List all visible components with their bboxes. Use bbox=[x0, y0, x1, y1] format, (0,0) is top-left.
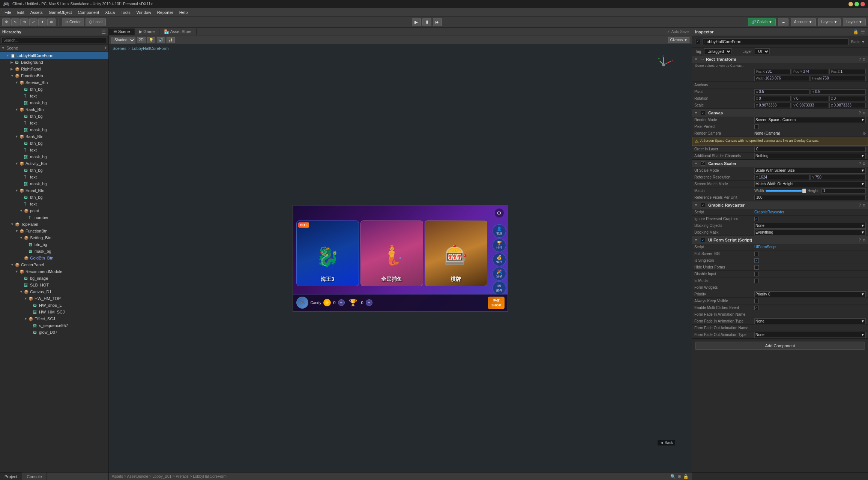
ref-res-y[interactable]: Y750 bbox=[811, 175, 866, 180]
rect-settings-icon[interactable]: ⚙ bbox=[862, 57, 866, 62]
tree-item-rightpanel[interactable]: ▶ 📦 RightPanel bbox=[0, 66, 108, 72]
tree-item-mask-bg-4[interactable]: 🖼 mask_bg bbox=[0, 180, 108, 187]
width-field[interactable]: Width1623.076 bbox=[754, 76, 809, 81]
add-currency2-btn[interactable]: + bbox=[366, 299, 372, 306]
scale-x-field[interactable]: X0.9873333 bbox=[754, 103, 791, 108]
account-btn[interactable]: Account ▼ bbox=[791, 18, 816, 26]
pixel-perfect-check[interactable] bbox=[754, 124, 759, 129]
always-keep-visible-check[interactable] bbox=[754, 299, 759, 303]
menu-report[interactable]: Reporter bbox=[154, 9, 176, 15]
render-camera-pick-icon[interactable]: ⊙ bbox=[863, 131, 866, 135]
scaler-settings-icon[interactable]: ⚙ bbox=[862, 162, 866, 166]
height-field[interactable]: Height750 bbox=[811, 76, 866, 81]
settings-icon[interactable]: ⚙ bbox=[495, 208, 504, 218]
pos-x-field[interactable]: Pos X781 bbox=[754, 69, 791, 74]
rect-help-icon[interactable]: ? bbox=[859, 57, 861, 62]
menu-component[interactable]: Component bbox=[75, 9, 102, 15]
tree-item-btn-bg-5[interactable]: 🖼 btn_bg bbox=[0, 194, 108, 201]
tree-item-mask-bg-1[interactable]: 🖼 mask_bg bbox=[0, 99, 108, 106]
ui-form-check[interactable] bbox=[701, 238, 705, 242]
menu-gameobject[interactable]: GameObject bbox=[46, 9, 75, 15]
maximize-btn[interactable] bbox=[854, 2, 859, 6]
add-currency1-btn[interactable]: + bbox=[338, 299, 345, 306]
rect-transform-header[interactable]: ▼ ↔ Rect Transform ? ⚙ bbox=[692, 56, 868, 63]
tree-item-email-btn[interactable]: ▼ 📦 Email_Btn bbox=[0, 187, 108, 194]
tree-item-text-4[interactable]: T text bbox=[0, 174, 108, 180]
blocking-mask-dropdown[interactable]: Everything ▼ bbox=[754, 230, 866, 236]
close-btn[interactable] bbox=[860, 2, 865, 6]
light-btn[interactable]: 💡 bbox=[147, 37, 155, 43]
rot-x-field[interactable]: X0 bbox=[754, 96, 791, 101]
tab-asset-store[interactable]: 🏪 Asset Store bbox=[159, 28, 196, 35]
rot-z-field[interactable]: Z0 bbox=[829, 96, 866, 101]
menu-help[interactable]: Help bbox=[176, 9, 191, 15]
canvas-enable-check[interactable] bbox=[701, 111, 705, 115]
rotate-tool[interactable]: ⟲ bbox=[20, 18, 29, 26]
tree-item-setting-btn[interactable]: ▼ 📦 Setting_Btn bbox=[0, 234, 108, 241]
gizmo-widget[interactable]: X Y Z bbox=[654, 56, 673, 74]
assets-lock-icon[interactable]: 🔒 bbox=[683, 474, 689, 479]
canvas-header[interactable]: ▼ Canvas ? ⚙ bbox=[692, 109, 868, 117]
match-value-input[interactable] bbox=[821, 188, 866, 194]
email-icon-btn[interactable]: ✉ 邮件 bbox=[493, 281, 506, 295]
raycaster-check[interactable] bbox=[701, 203, 705, 207]
tag-select[interactable]: Untagged bbox=[704, 48, 732, 54]
breadcrumb-lobby[interactable]: LobbyHallCoreForm bbox=[132, 46, 168, 51]
rank-icon-btn[interactable]: 🏆 排行 bbox=[493, 238, 506, 252]
tree-item-mask-bg-2[interactable]: 🖼 mask_bg bbox=[0, 126, 108, 133]
hierarchy-menu-icon[interactable]: ☰ bbox=[101, 29, 106, 35]
step-btn[interactable]: ⏭ bbox=[433, 18, 442, 26]
pause-btn[interactable]: ⏸ bbox=[422, 18, 431, 26]
tree-item-text-2[interactable]: T text bbox=[0, 120, 108, 126]
chest-icon[interactable]: 🏆 bbox=[347, 297, 359, 309]
scale-tool[interactable]: ⤢ bbox=[29, 18, 38, 26]
tree-item-canvas-d1[interactable]: ▼ 📦 Canvas_D1 bbox=[0, 288, 108, 295]
menu-edit[interactable]: Edit bbox=[14, 9, 27, 15]
2d-btn[interactable]: 2D bbox=[137, 37, 146, 43]
tree-item-hw-shou-l[interactable]: 🖼 HW_shou_L bbox=[0, 302, 108, 309]
move-tool[interactable]: ↖ bbox=[11, 18, 20, 26]
object-name-input[interactable] bbox=[703, 38, 848, 45]
rect-tool[interactable]: ✦ bbox=[38, 18, 47, 26]
tree-item-hw-hm-top[interactable]: ▼ 📦 HW_HM_TOP bbox=[0, 295, 108, 302]
tree-item-functionbtn[interactable]: ▼ 📦 FunctionBtn bbox=[0, 72, 108, 79]
fullscreen-bg-check[interactable] bbox=[754, 252, 759, 256]
menu-file[interactable]: File bbox=[2, 9, 14, 15]
tree-item-hw-hm-scj[interactable]: 🖼 HW_HM_SCJ bbox=[0, 309, 108, 315]
tree-item-btn-bg-6[interactable]: 🖼 btn_bg bbox=[0, 241, 108, 248]
match-track[interactable] bbox=[766, 190, 806, 192]
play-btn[interactable]: ▶ bbox=[412, 18, 421, 26]
hierarchy-search-input[interactable] bbox=[2, 37, 107, 43]
hand-tool[interactable]: ✥ bbox=[2, 18, 11, 26]
tree-item-point[interactable]: ▼ 📦 point bbox=[0, 207, 108, 214]
ignore-reversed-check[interactable] bbox=[754, 217, 759, 221]
menu-xlua[interactable]: XLua bbox=[102, 9, 118, 15]
pivot-x-field[interactable]: X0.5 bbox=[754, 89, 809, 94]
fx-btn[interactable]: ✨ bbox=[167, 37, 175, 43]
screen-match-dropdown[interactable]: Match Width Or Height ▼ bbox=[754, 181, 866, 187]
tree-item-activity-btn[interactable]: ▼ 📦 Activity_Btn bbox=[0, 160, 108, 167]
service-icon-btn[interactable]: 👤 客服 bbox=[493, 224, 506, 238]
cloud-btn[interactable]: ☁ bbox=[778, 18, 788, 26]
inspector-lock-icon[interactable]: 🔒 bbox=[853, 29, 859, 34]
ui-form-script-header[interactable]: ▼ UI Form Script (Script) ? ⚙ bbox=[692, 236, 868, 244]
tree-item-recommendmodule[interactable]: ▼ 📦 RecommendModule bbox=[0, 268, 108, 275]
tree-item-mask-bg-6[interactable]: 🖼 mask_bg bbox=[0, 248, 108, 255]
blocking-objects-dropdown[interactable]: None ▼ bbox=[754, 223, 866, 229]
fade-in-type-dropdown[interactable]: None ▼ bbox=[754, 318, 866, 324]
collab-btn[interactable]: 🔗 Collab ▼ bbox=[748, 18, 776, 26]
assets-search-icon[interactable]: 🔍 bbox=[670, 474, 676, 479]
raycaster-settings-icon[interactable]: ⚙ bbox=[862, 203, 866, 207]
minimize-btn[interactable] bbox=[848, 2, 853, 6]
obj-active-checkbox[interactable]: ✓ bbox=[695, 39, 700, 44]
graphic-raycaster-header[interactable]: ▼ Graphic Raycaster ? ⚙ bbox=[692, 201, 868, 209]
tree-item-effect-scj[interactable]: ▼ 📦 Effect_SCJ bbox=[0, 315, 108, 322]
canvas-scaler-check[interactable] bbox=[701, 161, 705, 166]
tree-item-bank-btn[interactable]: ▼ 📦 Bank_Btn bbox=[0, 133, 108, 140]
gizmos-btn[interactable]: Gizmos ▼ bbox=[668, 37, 689, 43]
pos-y-field[interactable]: Pos Y374 bbox=[792, 69, 828, 74]
tree-item-centerpanel[interactable]: ▼ 📦 CenterPanel bbox=[0, 261, 108, 268]
tree-item-service-btn[interactable]: ▼ 📦 Service_Btn bbox=[0, 79, 108, 86]
scene-add-btn[interactable]: + bbox=[104, 45, 107, 51]
tree-item-text-1[interactable]: T text bbox=[0, 93, 108, 99]
